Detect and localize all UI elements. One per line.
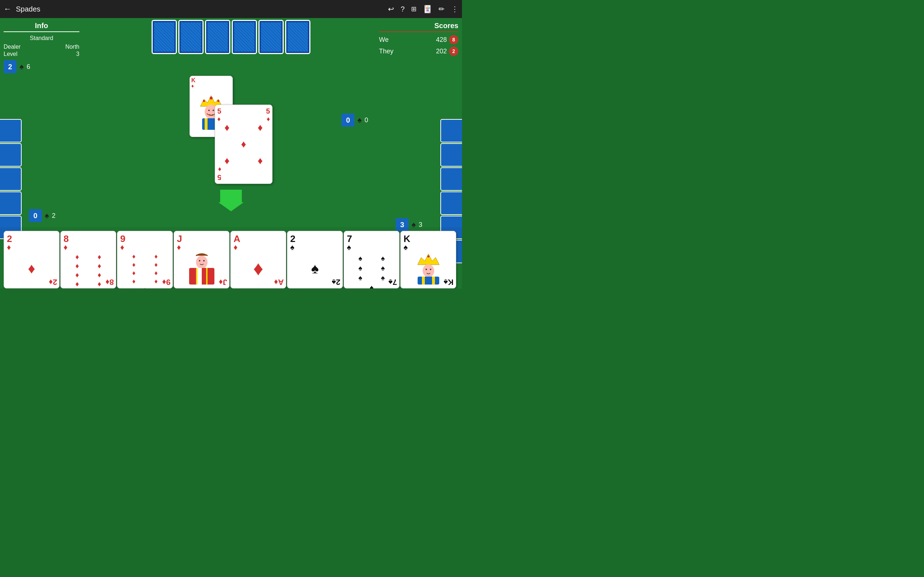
bottom-7s: 7♠ xyxy=(388,278,397,286)
hand-card-2d[interactable]: 2 ♦ ♦ 2♦ xyxy=(3,231,60,288)
pip-8: ♦ xyxy=(252,153,268,169)
svg-point-9 xyxy=(213,110,214,111)
five-suit-bottom: ♦ xyxy=(217,166,221,173)
help-button[interactable]: ? xyxy=(401,5,405,13)
we-score-number: 428 xyxy=(436,36,447,44)
we-label: We xyxy=(379,36,389,44)
svg-point-23 xyxy=(426,269,427,270)
game-table: Info Standard Dealer North Level 3 2 ♠ 6… xyxy=(0,18,462,288)
svg-point-24 xyxy=(430,269,431,270)
rank-ad: A xyxy=(234,234,241,243)
center-play-area: K ♦ xyxy=(168,76,294,184)
svg-rect-14 xyxy=(196,268,197,285)
level-label: Level xyxy=(3,51,17,57)
dealer-label: Dealer xyxy=(3,44,21,50)
pip-5 xyxy=(252,136,268,153)
card-top-7s: 7 ♠ xyxy=(347,234,396,251)
suit-jd: ♦ xyxy=(177,243,181,251)
hand-card-jd[interactable]: J ♦ J♦ xyxy=(174,231,229,288)
back-button[interactable]: ← xyxy=(3,4,11,14)
bottom-jd: J♦ xyxy=(219,278,227,286)
info-panel: Info Standard Dealer North Level 3 2 ♠ 6 xyxy=(3,22,79,73)
card-top-2s: 2 ♠ xyxy=(290,234,340,251)
they-score-badge: 202 2 xyxy=(436,47,459,56)
svg-point-25 xyxy=(427,255,430,258)
svg-rect-22 xyxy=(432,277,435,285)
info-variant: Standard xyxy=(3,35,79,42)
suit-2d: ♦ xyxy=(7,243,11,251)
we-score-row: We 428 8 xyxy=(379,35,459,44)
south-bid-box: 2 xyxy=(3,60,16,73)
king-spade-image xyxy=(414,252,443,285)
dealer-value: North xyxy=(65,44,79,50)
north-card-2 xyxy=(178,20,204,54)
west-card-3 xyxy=(0,167,22,191)
rank-9d: 9 xyxy=(120,234,125,243)
hand-card-2s[interactable]: 2 ♠ ♠ 2♠ xyxy=(287,231,343,288)
hand-card-7s[interactable]: 7 ♠ ♠♠ ♠♠ ♠♠ ♠ 7♠ xyxy=(344,231,399,288)
card-top-ad: A ♦ xyxy=(234,234,283,251)
bottom-2s: 2♠ xyxy=(332,278,340,286)
undo-button[interactable]: ↩ xyxy=(388,5,394,13)
west-bid-area: 0 ♠ 2 xyxy=(29,209,56,222)
west-card-4 xyxy=(0,192,22,215)
they-score-row: They 202 2 xyxy=(379,47,459,56)
five-pips-grid: ♦ ♦ ♦ ♦ ♦ xyxy=(215,116,272,173)
hand-card-9d[interactable]: 9 ♦ ♦♦ ♦♦ ♦♦ ♦♦ ♦ 9♦ xyxy=(117,231,173,288)
bottom-hand: 2 ♦ ♦ 2♦ 8 ♦ ♦♦ ♦♦ ♦♦ ♦♦ 8♦ 9 ♦ xyxy=(0,227,462,288)
north-card-4 xyxy=(232,20,257,54)
suit-7s: ♠ xyxy=(347,243,351,251)
suit-ad: ♦ xyxy=(234,243,237,251)
gift-button[interactable]: ⊞ xyxy=(411,5,417,13)
svg-point-5 xyxy=(210,97,213,100)
bottom-ks: K♠ xyxy=(444,278,454,286)
east-card-3 xyxy=(440,167,462,191)
top-bar: ← Spades ↩ ? ⊞ 🃏 ✏ ⋮ xyxy=(0,0,462,18)
we-bags-badge: 8 xyxy=(449,35,459,44)
bottom-2d: 2♦ xyxy=(49,278,57,286)
we-score-badge: 428 8 xyxy=(436,35,459,44)
pip-2 xyxy=(235,119,252,136)
east-card-1 xyxy=(440,119,462,142)
svg-point-6 xyxy=(203,100,205,102)
they-score-number: 202 xyxy=(436,48,447,55)
svg-rect-3 xyxy=(205,118,208,130)
suit-2s: ♠ xyxy=(290,243,294,251)
pip-center: ♦ xyxy=(235,136,252,153)
more-button[interactable]: ⋮ xyxy=(451,5,459,13)
five-of-diamonds: 5 ♦ 5 ♦ ♦ ♦ ♦ ♦ ♦ 5 ♦ xyxy=(215,105,273,184)
info-level-row: Level 3 xyxy=(3,51,79,57)
south-tricks-count: 6 xyxy=(27,63,30,71)
they-bags-badge: 2 xyxy=(449,47,459,56)
north-bid-spade: ♠ xyxy=(357,115,362,125)
card-top-jd: J ♦ xyxy=(177,234,226,251)
north-card-1 xyxy=(152,20,177,54)
svg-point-16 xyxy=(199,260,200,261)
rank-ks: K xyxy=(404,234,410,243)
north-tricks: 0 xyxy=(365,116,368,124)
suit-8d: ♦ xyxy=(63,243,68,251)
hand-card-ks[interactable]: K ♠ K♠ xyxy=(400,231,456,288)
pip-4 xyxy=(219,136,235,153)
rank-7s: 7 xyxy=(347,234,352,243)
king-corner-top: K ♦ xyxy=(191,77,231,89)
hand-card-8d[interactable]: 8 ♦ ♦♦ ♦♦ ♦♦ ♦♦ 8♦ xyxy=(60,231,116,288)
save-button[interactable]: 🃏 xyxy=(423,5,432,13)
west-bid-box: 0 xyxy=(29,209,42,222)
north-card-6 xyxy=(285,20,310,54)
bottom-8d: 8♦ xyxy=(105,278,114,286)
rank-jd: J xyxy=(177,234,182,243)
svg-rect-20 xyxy=(418,277,439,285)
jack-image xyxy=(187,252,216,285)
bottom-ad: A♦ xyxy=(274,278,284,286)
hand-card-ad[interactable]: A ♦ ♦ A♦ xyxy=(230,231,286,288)
pip-1: ♦ xyxy=(219,119,235,136)
south-bid-area: 2 ♠ 6 xyxy=(3,60,79,73)
info-dealer-row: Dealer North xyxy=(3,44,79,50)
edit-button[interactable]: ✏ xyxy=(439,5,445,13)
rank-2d: 2 xyxy=(7,234,12,243)
suit-9d: ♦ xyxy=(120,243,124,251)
scores-panel: Scores We 428 8 They 202 2 xyxy=(379,22,459,58)
they-label: They xyxy=(379,48,393,55)
rank-2s: 2 xyxy=(290,234,295,243)
